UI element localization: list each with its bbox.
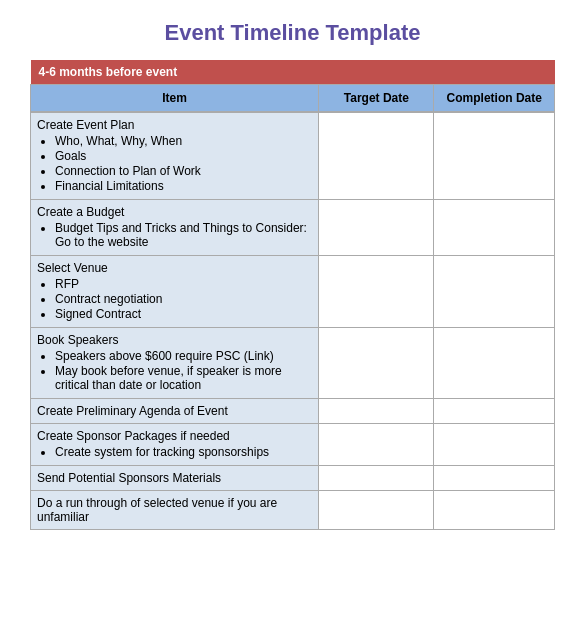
section-header-label: 4-6 months before event	[31, 60, 555, 85]
completion-date-cell[interactable]	[434, 399, 555, 424]
header-completion-date: Completion Date	[434, 85, 555, 112]
table-row: Do a run through of selected venue if yo…	[31, 491, 555, 530]
item-cell: Create Sponsor Packages if neededCreate …	[31, 424, 319, 466]
item-cell: Create a BudgetBudget Tips and Tricks an…	[31, 200, 319, 256]
item-cell: Do a run through of selected venue if yo…	[31, 491, 319, 530]
header-target-date: Target Date	[319, 85, 434, 112]
item-title: Do a run through of selected venue if yo…	[37, 496, 277, 524]
item-bullets: RFPContract negotiationSigned Contract	[55, 277, 312, 321]
list-item: Goals	[55, 149, 312, 163]
list-item: May book before venue, if speaker is mor…	[55, 364, 312, 392]
table-row: Create Preliminary Agenda of Event	[31, 399, 555, 424]
data-table: Create Event PlanWho, What, Why, WhenGoa…	[30, 112, 555, 530]
list-item: Financial Limitations	[55, 179, 312, 193]
target-date-cell[interactable]	[319, 256, 434, 328]
list-item: Connection to Plan of Work	[55, 164, 312, 178]
item-cell: Select VenueRFPContract negotiationSigne…	[31, 256, 319, 328]
completion-date-cell[interactable]	[434, 424, 555, 466]
table-row: Create Sponsor Packages if neededCreate …	[31, 424, 555, 466]
item-cell: Book SpeakersSpeakers above $600 require…	[31, 328, 319, 399]
list-item: Who, What, Why, When	[55, 134, 312, 148]
list-item: Speakers above $600 require PSC (Link)	[55, 349, 312, 363]
target-date-cell[interactable]	[319, 328, 434, 399]
completion-date-cell[interactable]	[434, 466, 555, 491]
item-bullets: Who, What, Why, WhenGoalsConnection to P…	[55, 134, 312, 193]
item-bullets: Speakers above $600 require PSC (Link)Ma…	[55, 349, 312, 392]
column-header-row: Item Target Date Completion Date	[31, 85, 555, 112]
item-title: Create Sponsor Packages if needed	[37, 429, 230, 443]
completion-date-cell[interactable]	[434, 113, 555, 200]
completion-date-cell[interactable]	[434, 491, 555, 530]
item-title: Send Potential Sponsors Materials	[37, 471, 221, 485]
item-title: Book Speakers	[37, 333, 118, 347]
item-title: Select Venue	[37, 261, 108, 275]
item-title: Create Event Plan	[37, 118, 134, 132]
list-item: Signed Contract	[55, 307, 312, 321]
timeline-table: 4-6 months before event Item Target Date…	[30, 60, 555, 112]
list-item: Contract negotiation	[55, 292, 312, 306]
list-item: Budget Tips and Tricks and Things to Con…	[55, 221, 312, 249]
target-date-cell[interactable]	[319, 399, 434, 424]
completion-date-cell[interactable]	[434, 200, 555, 256]
table-row: Select VenueRFPContract negotiationSigne…	[31, 256, 555, 328]
list-item: RFP	[55, 277, 312, 291]
table-row: Create Event PlanWho, What, Why, WhenGoa…	[31, 113, 555, 200]
header-item: Item	[31, 85, 319, 112]
completion-date-cell[interactable]	[434, 256, 555, 328]
list-item: Create system for tracking sponsorships	[55, 445, 312, 459]
table-row: Create a BudgetBudget Tips and Tricks an…	[31, 200, 555, 256]
item-title: Create Preliminary Agenda of Event	[37, 404, 228, 418]
item-cell: Send Potential Sponsors Materials	[31, 466, 319, 491]
completion-date-cell[interactable]	[434, 328, 555, 399]
target-date-cell[interactable]	[319, 491, 434, 530]
item-bullets: Budget Tips and Tricks and Things to Con…	[55, 221, 312, 249]
target-date-cell[interactable]	[319, 113, 434, 200]
target-date-cell[interactable]	[319, 424, 434, 466]
target-date-cell[interactable]	[319, 466, 434, 491]
item-title: Create a Budget	[37, 205, 124, 219]
item-bullets: Create system for tracking sponsorships	[55, 445, 312, 459]
item-cell: Create Preliminary Agenda of Event	[31, 399, 319, 424]
target-date-cell[interactable]	[319, 200, 434, 256]
section-header-row: 4-6 months before event	[31, 60, 555, 85]
table-row: Send Potential Sponsors Materials	[31, 466, 555, 491]
table-row: Book SpeakersSpeakers above $600 require…	[31, 328, 555, 399]
item-cell: Create Event PlanWho, What, Why, WhenGoa…	[31, 113, 319, 200]
page-title: Event Timeline Template	[30, 20, 555, 46]
